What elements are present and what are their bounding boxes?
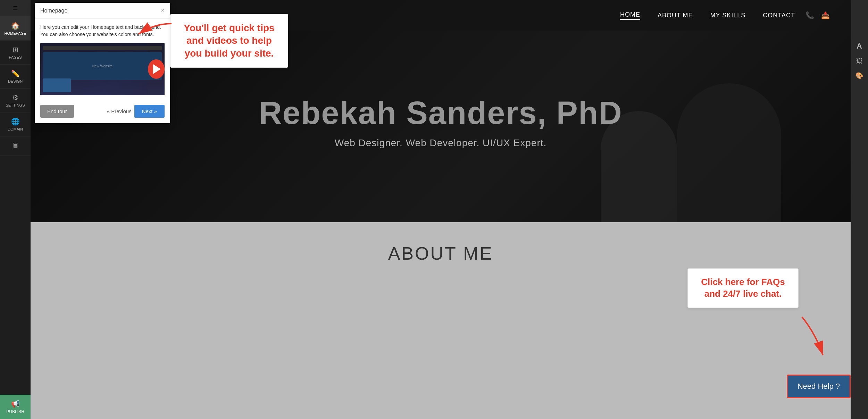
end-tour-button[interactable]: End tour <box>40 105 74 118</box>
need-help-button[interactable]: Need Help ? <box>787 375 851 398</box>
sidebar-item-homepage[interactable]: 🏠 HOMEPAGE <box>0 17 31 41</box>
pages-icon: ⊞ <box>12 45 18 54</box>
sidebar-item-domain[interactable]: 🌐 DOMAIN <box>0 112 31 136</box>
sidebar: ☰ 🏠 HOMEPAGE ⊞ PAGES ✏️ DESIGN ⚙ SETTING… <box>0 0 31 419</box>
publish-icon: 📢 <box>11 400 20 408</box>
arrow-to-popup <box>133 20 175 42</box>
phone-icon[interactable]: 📞 <box>806 11 814 19</box>
sidebar-item-design[interactable]: ✏️ DESIGN <box>0 65 31 89</box>
nav-home[interactable]: HOME <box>620 11 640 20</box>
share-icon[interactable]: 📤 <box>821 11 830 19</box>
sidebar-menu-button[interactable]: ☰ <box>0 0 31 17</box>
tour-popup-title: Homepage <box>40 8 67 14</box>
tour-thumbnail-bg: New Website <box>40 43 148 95</box>
sidebar-pages-label: PAGES <box>9 55 22 59</box>
tour-footer: End tour « Previous Next » <box>35 105 170 123</box>
previous-button[interactable]: « Previous <box>107 108 132 114</box>
help-callout-text: Click here for FAQs and 24/7 live chat. <box>697 276 789 300</box>
nav-about[interactable]: ABOUT ME <box>658 12 693 19</box>
help-callout: Click here for FAQs and 24/7 live chat. <box>687 268 799 308</box>
sidebar-domain-label: DOMAIN <box>8 127 23 131</box>
hero-subtitle: Web Designer. Web Developer. UI/UX Exper… <box>335 137 547 149</box>
tips-callout: You'll get quick tips and videos to help… <box>170 14 288 68</box>
right-panel: A 🖼 🎨 <box>851 0 868 419</box>
preview-icon: 🖥 <box>12 141 19 149</box>
sidebar-item-preview[interactable]: 🖥 <box>0 136 31 156</box>
hero-title: Rebekah Sanders, PhD <box>259 95 622 131</box>
sidebar-settings-label: SETTINGS <box>6 103 25 107</box>
play-button[interactable] <box>148 59 165 79</box>
settings-icon: ⚙ <box>12 93 18 102</box>
nav-icons: 📞 📤 <box>806 11 830 19</box>
publish-label: PUBLISH <box>6 409 24 414</box>
tour-video-thumbnail[interactable]: New Website <box>40 43 165 95</box>
arrow-to-help <box>788 313 830 363</box>
sidebar-homepage-label: HOMEPAGE <box>5 31 26 35</box>
home-icon: 🏠 <box>11 22 20 30</box>
sidebar-design-label: DESIGN <box>8 79 23 83</box>
color-panel-icon[interactable]: 🎨 <box>856 72 863 79</box>
play-triangle-icon <box>153 64 161 74</box>
publish-button[interactable]: 📢 PUBLISH <box>0 395 31 419</box>
sidebar-item-settings[interactable]: ⚙ SETTINGS <box>0 89 31 112</box>
tips-callout-text: You'll get quick tips and videos to help… <box>180 22 279 60</box>
nav-links: HOME ABOUT ME MY SKILLS CONTACT <box>620 11 795 20</box>
sidebar-item-pages[interactable]: ⊞ PAGES <box>0 41 31 65</box>
about-section: ABOUT ME <box>31 222 851 419</box>
domain-icon: 🌐 <box>11 117 20 126</box>
font-panel-icon[interactable]: A <box>857 42 862 51</box>
nav-skills[interactable]: MY SKILLS <box>710 12 746 19</box>
nav-contact[interactable]: CONTACT <box>763 12 795 19</box>
design-icon: ✏️ <box>11 69 20 78</box>
next-button[interactable]: Next » <box>134 105 165 118</box>
tour-close-button[interactable]: × <box>161 7 165 14</box>
image-panel-icon[interactable]: 🖼 <box>856 58 862 65</box>
tour-navigation: « Previous Next » <box>107 105 165 118</box>
menu-icon: ☰ <box>13 5 18 11</box>
about-title: ABOUT ME <box>388 243 493 264</box>
tour-header: Homepage × <box>35 3 170 19</box>
